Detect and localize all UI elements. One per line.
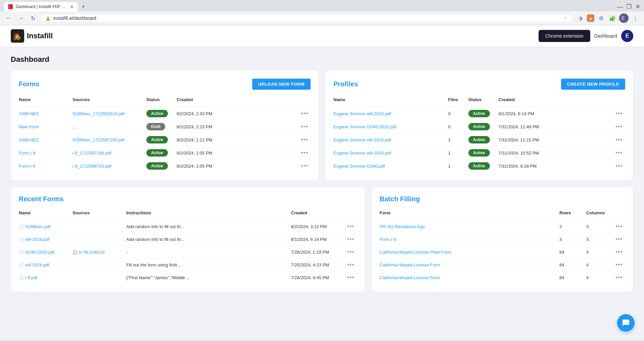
profile-name-2[interactable]: Eugene Smirnov w9-2024.pdf [333,137,448,142]
profiles-table-header: Name Files Status Created [333,96,625,106]
recent-col-instructions: Instructions [126,210,291,215]
recent-col-name: Name [19,210,73,215]
profile-created-1: 7/31/2024, 11:49 PM [499,124,613,129]
dashboard-nav-link[interactable]: Dashboard [594,33,617,39]
recent-more-2[interactable]: ••• [345,249,357,256]
forms-col-sources: Sources [73,97,146,102]
maximize-button[interactable]: ❐ [627,4,631,9]
extension-icon-a[interactable]: a [587,14,594,22]
minimize-button[interactable]: — [618,4,623,9]
profile-more-3[interactable]: ••• [613,150,625,157]
recent-name-1[interactable]: 📄w9-2024.pdf [19,237,73,242]
profile-more-0[interactable]: ••• [613,110,625,117]
upload-new-form-button[interactable]: UPLOAD NEW FORM [252,79,311,90]
profile-status-2: Active [468,136,499,143]
close-window-button[interactable]: ✕ [635,4,640,9]
profile-name-1[interactable]: Eugene Smirnov f1040-2020.pdf [333,124,448,129]
close-tab-button[interactable]: ✕ [70,4,74,9]
profile-name-0[interactable]: Eugene Smirnov w9-2024.pdf [333,111,448,116]
recent-forms-card: Recent Forms Name Sources Instructions C… [11,187,365,292]
toolbar-icons: ◑ a ⊕ 🧩 E ⋮ [576,13,640,23]
form-source-0[interactable]: f1099nec_1722602019.pdf [73,111,146,116]
form-more-2[interactable]: ••• [298,136,311,143]
profile-name-3[interactable]: Eugene Smirnov w9-2024.pdf [333,151,448,156]
form-more-4[interactable]: ••• [298,163,311,170]
batch-more-0[interactable]: ••• [613,223,625,230]
form-more-0[interactable]: ••• [298,110,311,117]
chat-button[interactable] [617,314,635,332]
profile-status-1: Active [468,123,499,130]
recent-name-4[interactable]: 📄i-9.pdf [19,275,73,280]
batch-form-0[interactable]: PR-SG-Residence-App [380,224,559,229]
profile-more-1[interactable]: ••• [613,123,625,130]
batch-form-1[interactable]: Form I-9 [380,237,559,242]
profile-status-4: Active [468,162,499,170]
batch-rows-1: 3 [559,237,586,242]
batch-form-4[interactable]: California Moped License Form [380,275,559,280]
batch-form-2[interactable]: California Moped License Plate Form [380,250,559,255]
profiles-table: Name Files Status Created Eugene Smirnov… [333,96,625,172]
create-new-profile-button[interactable]: CREATE NEW PROFILE [561,79,625,90]
recent-more-1[interactable]: ••• [345,236,357,243]
pdf-icon: 📄 [19,263,24,267]
extensions-button[interactable]: 🧩 [608,13,617,23]
form-more-1[interactable]: ••• [298,123,311,130]
profile-name-4[interactable]: Eugene Smirnov f1040.pdf [333,164,448,169]
recent-instructions-0: Add random info to fill out th... [126,224,291,229]
form-source-3[interactable]: i-9_1722597189.pdf [73,151,146,156]
form-source-2[interactable]: f1099nec_1722597150.pdf [73,137,146,142]
profile-circle-icon[interactable]: ◑ [576,13,585,23]
star-icon[interactable]: ☆ [563,15,568,21]
batch-more-3[interactable]: ••• [613,261,625,268]
form-status-0: Active [146,110,177,117]
user-avatar[interactable]: E [621,30,633,42]
recent-forms-table-row: 📄i-9.pdf {"First Name":"James","Middle .… [19,271,357,284]
address-bar[interactable]: 🔒 ☆ [40,14,573,23]
recent-more-3[interactable]: ••• [345,261,357,268]
address-input[interactable] [53,15,561,21]
batch-columns-0: 3 [586,224,613,229]
app-header: 🧑‍🎤 Instafill Chrome extension Dashboard… [0,25,644,47]
batch-more-1[interactable]: ••• [613,236,625,243]
form-status-3: Active [146,149,177,157]
batch-more-4[interactable]: ••• [613,274,625,281]
profile-created-0: 8/1/2024, 6:14 PM [499,111,613,116]
profile-more-4[interactable]: ••• [613,163,625,170]
browser-profile-avatar[interactable]: E [619,13,629,23]
browser-menu-button[interactable]: ⋮ [631,13,640,23]
recent-col-actions [345,210,357,215]
new-tab-button[interactable]: + [79,3,87,11]
chrome-extension-button[interactable]: Chrome extension [539,30,590,42]
reload-button[interactable]: ↻ [28,13,38,23]
logo: 🧑‍🎤 Instafill [11,29,53,43]
form-created-2: 8/2/2024, 1:12 PM [177,137,298,142]
recent-name-3[interactable]: 📄w9-2024.pdf [19,262,73,267]
form-name-4[interactable]: Form I-9 [19,164,73,169]
form-more-3[interactable]: ••• [298,150,311,157]
batch-columns-2: 4 [586,250,613,255]
recent-name-0[interactable]: 📄f1099nec.pdf [19,224,73,229]
recent-col-created: Created [291,210,345,215]
recent-more-0[interactable]: ••• [345,223,357,230]
batch-more-2[interactable]: ••• [613,249,625,256]
recent-created-3: 7/25/2024, 4:23 PM [291,262,345,267]
profiles-card: Profiles CREATE NEW PROFILE Name Files S… [325,71,633,180]
form-name-0[interactable]: 1099-NEC [19,111,73,116]
recent-source-2[interactable]: 📋to fill 1040.txt [73,250,126,255]
back-button[interactable]: ← [4,13,13,23]
browser-titlebar: I Dashboard | Instafill PDF Filler ✕ + —… [0,0,644,11]
recent-more-4[interactable]: ••• [345,274,357,281]
browser-tab[interactable]: I Dashboard | Instafill PDF Filler ✕ [4,2,78,11]
profile-more-2[interactable]: ••• [613,136,625,143]
form-status-4: Active [146,162,177,170]
form-name-1[interactable]: New Form [19,124,73,129]
profiles-table-row: Eugene Smirnov w9-2024.pdf 1 Active 7/31… [333,133,625,146]
forms-card-title: Forms [19,80,39,88]
form-name-3[interactable]: Form I-9 [19,151,73,156]
forward-button[interactable]: → [16,13,26,23]
extension-icon-e[interactable]: ⊕ [596,13,606,23]
batch-form-3[interactable]: California Moped License Form [380,262,559,267]
form-source-4[interactable]: i-9_1722596733.pdf [73,164,146,169]
recent-name-2[interactable]: 📄f1040-2020.pdf [19,250,73,255]
form-name-2[interactable]: 1099-NEC [19,137,73,142]
